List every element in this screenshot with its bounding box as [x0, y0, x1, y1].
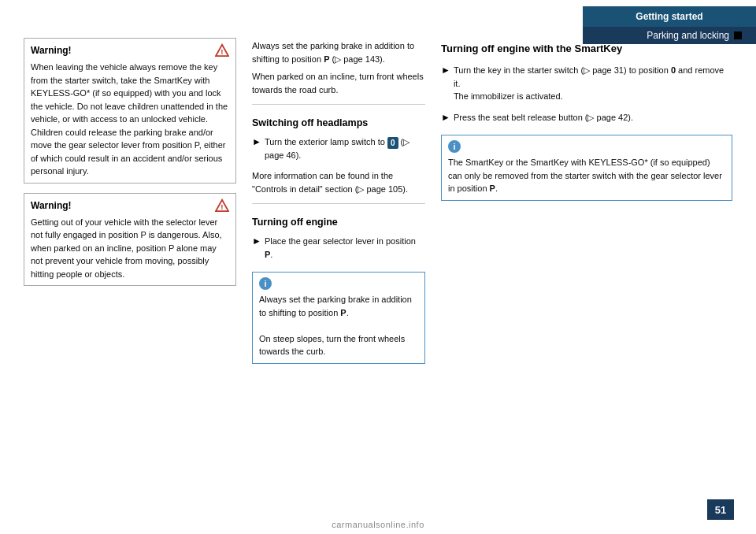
bullet-text-2: Press the seat belt release button (▷ pa…: [454, 111, 633, 124]
warning-title-2: Warning!: [31, 200, 72, 211]
page-container: Getting started Parking and locking Warn…: [0, 0, 756, 534]
divider-1: [252, 104, 425, 105]
warning-text-2: Getting out of your vehicle with the sel…: [31, 216, 229, 281]
main-content: Warning! ! When leaving the vehicle alwa…: [0, 30, 756, 534]
headlamps-bullet-item: ► Turn the exterior lamp switch to 0 (▷ …: [252, 135, 425, 161]
header: Getting started Parking and locking: [0, 0, 756, 30]
parking-brake-text: Always set the parking brake in addition…: [252, 39, 425, 65]
incline-text: When parked on an incline, turn front wh…: [252, 70, 425, 96]
warning-body-2: Getting out of your vehicle with the sel…: [31, 217, 222, 279]
warning-body-1: When leaving the vehicle always remove t…: [31, 62, 228, 176]
warning-triangle-icon-1: !: [215, 43, 229, 57]
turning-off-heading: Turning off engine: [252, 217, 425, 228]
warning-box-1: Warning! ! When leaving the vehicle alwa…: [24, 38, 236, 184]
bullet-arrow-gear-icon: ►: [252, 235, 261, 247]
info-text-mid: Always set the parking brake in addition…: [259, 293, 418, 358]
svg-text:!: !: [220, 202, 223, 211]
mid-column: Always set the parking brake in addition…: [252, 38, 425, 526]
turning-off-title: Turning off engine with the SmartKey: [441, 43, 732, 54]
zero-badge: 0: [387, 137, 398, 149]
svg-text:!: !: [220, 47, 223, 56]
info-box-mid: i Always set the parking brake in additi…: [252, 272, 425, 364]
getting-started-tab: Getting started: [583, 6, 756, 27]
page-number-container: 51: [707, 499, 734, 520]
more-info-text: More information can be found in the "Co…: [252, 169, 425, 195]
info-icon-mid: i: [259, 277, 272, 290]
info-icon-right: i: [448, 140, 461, 153]
gear-bullet-item: ► Place the gear selector lever in posit…: [252, 235, 425, 261]
warning-header-2: Warning! !: [31, 198, 229, 213]
divider-2: [252, 203, 425, 204]
info-text-right: The SmartKey or the SmartKey with KEYLES…: [448, 156, 725, 195]
bullet-item-2: ► Press the seat belt release button (▷ …: [441, 111, 732, 124]
headlamps-bullet-text: Turn the exterior lamp switch to 0 (▷ pa…: [265, 135, 425, 161]
warning-header-1: Warning! !: [31, 43, 229, 57]
warning-triangle-icon-2: !: [215, 198, 229, 213]
bullet-arrow-1-icon: ►: [441, 65, 450, 76]
header-right: Getting started Parking and locking: [583, 6, 756, 30]
gear-bullet-text: Place the gear selector lever in positio…: [265, 235, 425, 261]
bullet-text-1: Turn the key in the starter switch (▷ pa…: [454, 64, 732, 103]
watermark: carmanualsonline.info: [332, 520, 424, 529]
bullet-item-1: ► Turn the key in the starter switch (▷ …: [441, 64, 732, 103]
header-tab-label: Getting started: [636, 11, 702, 22]
info-box-right: i The SmartKey or the SmartKey with KEYL…: [441, 135, 732, 201]
warning-text-1: When leaving the vehicle always remove t…: [31, 61, 229, 178]
bullet-arrow-2-icon: ►: [441, 112, 450, 123]
headlamps-heading: Switching off headlamps: [252, 117, 425, 128]
bullet-arrow-icon: ►: [252, 136, 261, 147]
left-column: Warning! ! When leaving the vehicle alwa…: [24, 38, 236, 526]
right-column: Turning off engine with the SmartKey ► T…: [441, 38, 732, 526]
warning-title-1: Warning!: [31, 45, 72, 56]
page-number: 51: [707, 499, 734, 520]
warning-box-2: Warning! ! Getting out of your vehicle w…: [24, 193, 236, 287]
